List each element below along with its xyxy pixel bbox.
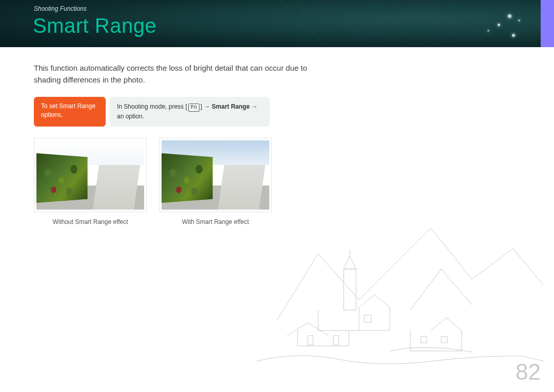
sample-without: Without Smart Range effect: [34, 138, 147, 225]
sample-with-image: [159, 138, 272, 212]
sample-with: With Smart Range effect: [159, 138, 272, 225]
callout-strong: Smart Range: [212, 103, 250, 110]
callout-text-mid: ] →: [201, 103, 212, 110]
svg-rect-3: [333, 336, 339, 345]
svg-rect-0: [344, 269, 356, 310]
decorative-dots: [462, 9, 523, 40]
fn-key-icon: Fn: [188, 104, 200, 112]
svg-rect-5: [421, 337, 427, 343]
sample-without-image: [34, 138, 147, 212]
svg-rect-2: [364, 315, 371, 322]
svg-rect-4: [308, 336, 313, 345]
decorative-village-illustration: [256, 208, 544, 372]
chapter-ribbon: [541, 0, 554, 47]
sample-with-caption: With Smart Range effect: [159, 218, 272, 225]
callout-arrow: →: [250, 103, 258, 110]
page-title: Smart Range: [33, 14, 156, 37]
breadcrumb: Shooting Functions: [34, 5, 87, 12]
svg-rect-6: [441, 337, 447, 343]
callout-text-prefix: In Shooting mode, press [: [117, 103, 187, 110]
sample-without-caption: Without Smart Range effect: [34, 218, 147, 225]
callout-body: In Shooting mode, press [Fn] → Smart Ran…: [110, 97, 270, 127]
page-number: 82: [516, 359, 541, 385]
header-banner: Shooting Functions Smart Range: [0, 0, 554, 47]
intro-text: This function automatically corrects the…: [34, 63, 311, 86]
instruction-callout: To set Smart Range options, In Shooting …: [34, 97, 520, 127]
callout-text-suffix: an option.: [117, 113, 144, 120]
callout-label: To set Smart Range options,: [34, 97, 106, 127]
